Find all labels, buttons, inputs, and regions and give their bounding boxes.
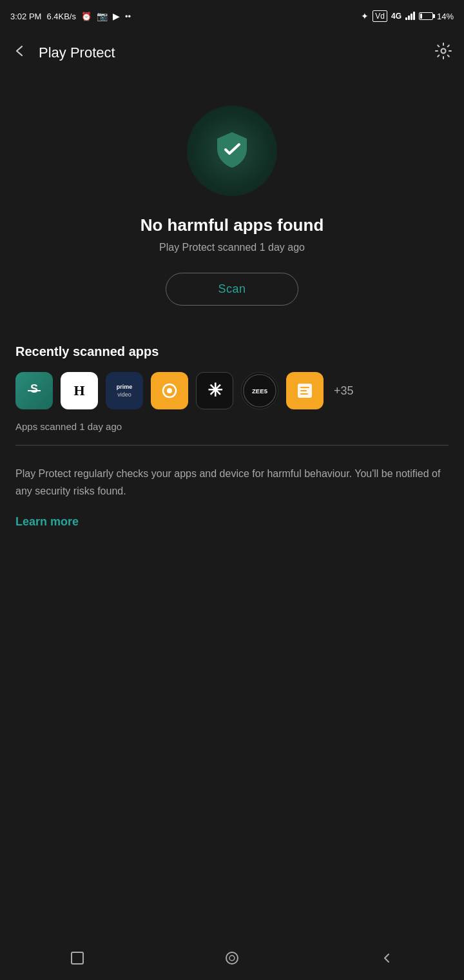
instagram-icon: 📷 xyxy=(97,11,108,21)
app-icon-files[interactable] xyxy=(286,372,324,409)
battery-percent: 14% xyxy=(437,12,454,21)
app-icons-row: S H prime video ✳ xyxy=(15,372,449,409)
more-count: +35 xyxy=(331,384,354,398)
svg-point-15 xyxy=(229,956,235,961)
back-button[interactable] xyxy=(12,43,28,63)
signal-icon xyxy=(405,11,415,22)
app-icon-helo[interactable]: H xyxy=(61,372,98,409)
nav-left: Play Protect xyxy=(12,43,115,63)
status-left: 3:02 PM 6.4KB/s ⏰ 📷 ▶ •• xyxy=(10,11,131,21)
nav-square-button[interactable] xyxy=(61,942,93,974)
status-bar: 3:02 PM 6.4KB/s ⏰ 📷 ▶ •• ✦ Vd 4G 14% xyxy=(0,0,464,32)
svg-point-0 xyxy=(441,48,446,53)
scanned-time: Apps scanned 1 day ago xyxy=(15,421,449,432)
network-speed: 6.4KB/s xyxy=(46,12,76,21)
battery-icon xyxy=(419,12,433,20)
svg-rect-11 xyxy=(300,390,307,391)
shield-icon xyxy=(209,127,255,172)
svg-rect-10 xyxy=(300,387,309,388)
recently-scanned-title: Recently scanned apps xyxy=(15,344,449,359)
info-description: Play Protect regularly checks your apps … xyxy=(15,465,449,500)
nav-home-button[interactable] xyxy=(216,942,248,974)
shield-circle xyxy=(187,106,277,196)
shield-icon-wrap xyxy=(209,127,255,175)
app-icon-starz[interactable]: S xyxy=(15,372,53,409)
page-title: Play Protect xyxy=(39,44,115,61)
shield-section: No harmful apps found Play Protect scann… xyxy=(15,86,449,318)
svg-rect-13 xyxy=(72,952,83,964)
status-heading: No harmful apps found xyxy=(140,215,324,235)
settings-button[interactable] xyxy=(434,42,452,64)
top-nav: Play Protect xyxy=(0,32,464,74)
learn-more-link[interactable]: Learn more xyxy=(15,515,79,528)
svg-point-5 xyxy=(167,388,172,393)
svg-text:ZEE5: ZEE5 xyxy=(252,387,268,395)
nav-back-button[interactable] xyxy=(371,942,403,974)
app-icon-perplexity[interactable]: ✳ xyxy=(196,372,233,409)
svg-rect-12 xyxy=(300,393,308,395)
app-icon-hotstar[interactable] xyxy=(151,372,188,409)
bluetooth-icon: ✦ xyxy=(361,11,369,21)
alarm-icon: ⏰ xyxy=(81,12,92,21)
bottom-spacer xyxy=(0,542,464,619)
sim-icon: Vd xyxy=(372,10,387,22)
svg-point-14 xyxy=(226,952,238,964)
app-icon-zee5[interactable]: ZEE5 xyxy=(241,372,278,409)
youtube-icon: ▶ xyxy=(113,11,120,21)
divider xyxy=(15,445,449,446)
app-icon-prime[interactable]: prime video xyxy=(106,372,143,409)
scan-button[interactable]: Scan xyxy=(166,273,298,306)
main-content: No harmful apps found Play Protect scann… xyxy=(0,74,464,542)
status-right: ✦ Vd 4G 14% xyxy=(361,10,454,22)
status-subtext: Play Protect scanned 1 day ago xyxy=(159,242,305,253)
bottom-nav xyxy=(0,936,464,980)
svg-text:S: S xyxy=(30,382,38,395)
more-notifications-icon: •• xyxy=(125,12,131,21)
status-time: 3:02 PM xyxy=(10,12,41,21)
network-type: 4G xyxy=(391,12,401,21)
